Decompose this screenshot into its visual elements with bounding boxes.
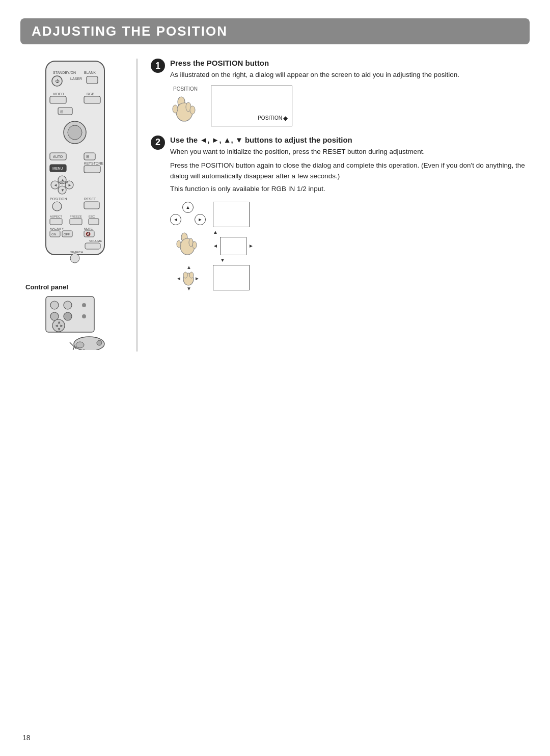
- arrow-right-indicator: ►: [249, 243, 254, 249]
- svg-text:BLANK: BLANK: [84, 71, 96, 74]
- svg-point-58: [50, 312, 59, 320]
- screen-row-bottom: [213, 265, 254, 290]
- svg-rect-51: [85, 243, 100, 249]
- svg-line-70: [73, 347, 74, 350]
- step-1-number: 1: [151, 59, 165, 73]
- arrow-left-indicator: ◄: [213, 243, 218, 249]
- svg-text:◄: ◄: [176, 276, 181, 281]
- svg-rect-40: [70, 219, 82, 225]
- svg-text:▼: ▼: [186, 286, 191, 291]
- step-2: 2 Use the ◄, ►, ▲, ▼ buttons to adjust t…: [151, 136, 530, 294]
- step-1-content: Press the POSITION button As illustrated…: [170, 59, 530, 126]
- svg-text:ESC: ESC: [89, 215, 95, 218]
- remote-control-image: STANDBY/ON BLANK ⏻ LASER VIDEO RGB ⊞: [36, 59, 117, 274]
- svg-text:⊞: ⊞: [86, 154, 90, 159]
- step-2-content: Use the ◄, ►, ▲, ▼ buttons to adjust the…: [170, 136, 530, 294]
- svg-text:⏻: ⏻: [55, 79, 60, 84]
- screen-main-bottom: [213, 265, 250, 290]
- step-1-illustration: POSITION: [170, 86, 530, 126]
- svg-rect-22: [84, 166, 100, 173]
- step-1-body: As illustrated on the right, a dialog wi…: [170, 70, 530, 80]
- svg-point-81: [193, 241, 197, 249]
- svg-rect-9: [50, 96, 66, 103]
- step-2-number: 2: [151, 136, 165, 150]
- arrow-right: ►: [195, 214, 206, 225]
- svg-text:LASER: LASER: [70, 77, 82, 80]
- svg-text:ON: ON: [51, 233, 56, 236]
- svg-point-14: [68, 125, 82, 140]
- svg-point-53: [70, 254, 79, 263]
- svg-point-88: [189, 272, 194, 278]
- svg-text:▼: ▼: [57, 327, 61, 332]
- divider-line: [136, 59, 138, 352]
- svg-text:SEARCH: SEARCH: [70, 251, 83, 254]
- svg-rect-41: [89, 219, 99, 225]
- dialog-box: POSITION ◆: [211, 86, 292, 126]
- svg-text:OFF: OFF: [64, 233, 70, 236]
- arrow-down-indicator: ▼: [220, 257, 225, 263]
- svg-point-74: [173, 105, 178, 113]
- right-column: 1 Press the POSITION button As illustrat…: [151, 59, 530, 352]
- step-1: 1 Press the POSITION button As illustrat…: [151, 59, 530, 126]
- svg-rect-39: [50, 219, 62, 225]
- arrow-hand-group: ▲ ◄ ►: [170, 202, 206, 294]
- step-2-body3: This function is only available for RGB …: [170, 184, 530, 195]
- svg-text:MAGNIFY: MAGNIFY: [50, 227, 64, 230]
- screen-row-middle: ▲: [213, 229, 254, 235]
- arrow-center-space: [182, 214, 194, 225]
- svg-text:FREEZE: FREEZE: [70, 215, 82, 218]
- page-title: ADJUSTING THE POSITION: [32, 23, 518, 39]
- svg-text:RESET: RESET: [84, 197, 96, 201]
- svg-text:▼: ▼: [61, 188, 65, 193]
- step-1-title: Press the POSITION button: [170, 59, 530, 67]
- svg-point-55: [50, 301, 59, 309]
- svg-text:🔇: 🔇: [86, 231, 91, 236]
- svg-text:MUTE: MUTE: [84, 227, 93, 230]
- arrow-left: ◄: [170, 214, 181, 225]
- left-column: STANDBY/ON BLANK ⏻ LASER VIDEO RGB ⊞: [20, 59, 132, 352]
- svg-text:ASPECT: ASPECT: [50, 215, 62, 218]
- position-button-label: POSITION: [173, 86, 198, 92]
- svg-point-57: [82, 303, 86, 307]
- screen-row-mid2: ◄ ►: [213, 237, 254, 255]
- svg-rect-10: [84, 96, 100, 103]
- svg-text:RGB: RGB: [87, 92, 95, 96]
- svg-text:STANDBY/ON: STANDBY/ON: [53, 71, 76, 74]
- svg-point-69: [97, 340, 102, 345]
- arrow-mid-row: ◄ ►: [170, 214, 206, 225]
- svg-text:AUTO: AUTO: [53, 155, 63, 158]
- step-2-body1: When you want to initialize the position…: [170, 147, 530, 157]
- svg-point-59: [64, 312, 72, 320]
- screen-center: [220, 237, 246, 255]
- svg-point-33: [52, 202, 62, 211]
- svg-text:⊞: ⊞: [60, 110, 64, 114]
- svg-text:VIDEO: VIDEO: [53, 92, 64, 96]
- position-screens: ▲ ◄ ► ▼: [213, 202, 254, 290]
- step-2-title: Use the ◄, ►, ▲, ▼ buttons to adjust the…: [170, 136, 530, 144]
- svg-point-87: [183, 272, 187, 278]
- svg-text:►: ►: [68, 183, 72, 187]
- svg-text:VOLUME: VOLUME: [89, 239, 102, 242]
- svg-point-60: [82, 314, 86, 318]
- hand-arrow-icon: [174, 229, 202, 260]
- svg-text:◄: ◄: [53, 183, 58, 187]
- svg-point-76: [190, 106, 195, 114]
- svg-text:KEYSTONE: KEYSTONE: [84, 161, 103, 165]
- svg-point-56: [64, 301, 72, 309]
- arrow-up-indicator: ▲: [213, 229, 218, 235]
- svg-rect-35: [84, 202, 99, 209]
- screen-row-arrow-down: ▼: [213, 257, 254, 263]
- step-2-diagrams: ▲ ◄ ►: [170, 202, 530, 294]
- arrow-keys-top: ▲ ◄ ►: [170, 202, 206, 225]
- svg-text:►: ►: [195, 276, 200, 281]
- step-2-body2: Press the POSITION button again to close…: [170, 160, 530, 182]
- svg-text:MENU: MENU: [52, 167, 63, 170]
- dialog-position-label: POSITION ◆: [258, 115, 288, 122]
- screen-main-top: [213, 202, 250, 227]
- svg-point-79: [177, 240, 181, 248]
- main-content: STANDBY/ON BLANK ⏻ LASER VIDEO RGB ⊞: [20, 59, 530, 352]
- position-button-press: POSITION: [170, 86, 201, 126]
- svg-point-68: [76, 342, 84, 348]
- svg-text:▲: ▲: [186, 264, 191, 270]
- screen-row-top: [213, 202, 254, 227]
